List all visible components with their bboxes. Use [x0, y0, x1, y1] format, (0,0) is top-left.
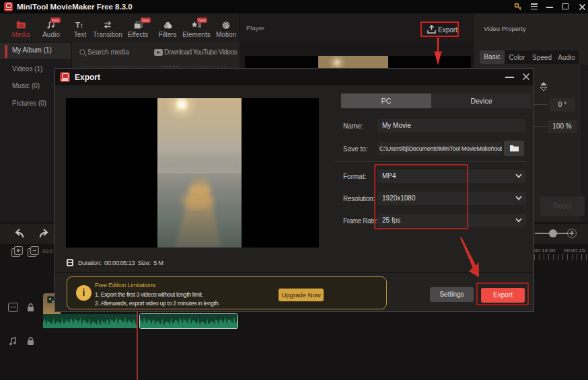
svg-text:T: T: [75, 20, 80, 29]
svg-text:t: t: [81, 22, 83, 29]
